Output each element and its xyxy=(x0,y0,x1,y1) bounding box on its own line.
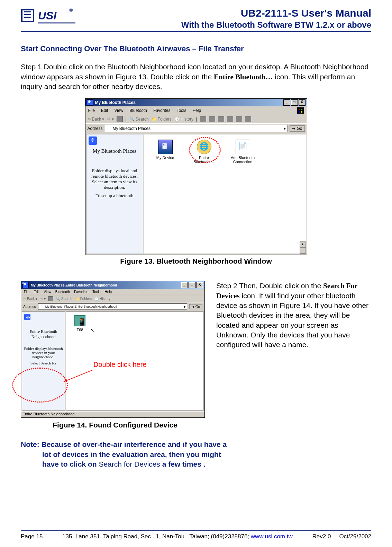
bluetooth-icon xyxy=(24,314,30,320)
copy-icon[interactable] xyxy=(209,116,215,122)
page-number: Page 15 xyxy=(21,533,43,540)
search-button[interactable]: 🔍 Search xyxy=(56,297,72,301)
menu-tools[interactable]: Tools xyxy=(176,108,186,113)
bluetooth-icon xyxy=(87,99,93,106)
menubar: File Edit View Bluetooth Favorites Tools… xyxy=(85,106,307,115)
menu-file[interactable]: File xyxy=(88,108,95,113)
footer-address: 135, Lane 351, Taiping Road, Sec . 1, Na… xyxy=(62,533,251,540)
entire-bluetooth-icon[interactable]: Entire Bluetooth … xyxy=(192,140,217,164)
delete-icon[interactable] xyxy=(227,116,233,122)
paste-icon[interactable] xyxy=(218,116,224,122)
folders-button[interactable]: 📁 Folders xyxy=(75,297,92,301)
content-panel: My Device Entire Bluetooth … Add Bluetoo… xyxy=(144,134,306,254)
back-button[interactable]: ⇦ Back ▾ xyxy=(23,297,37,301)
section-heading: Start Connecting Over The Bluetooth Airw… xyxy=(21,44,371,53)
titlebar[interactable]: My Bluetooth Places _ □ X xyxy=(85,99,307,106)
statusbar: Entire Bluetooth Neighborhood xyxy=(21,411,204,417)
maximize-button[interactable]: □ xyxy=(189,282,195,288)
titlebar[interactable]: My Bluetooth Places\Entire Bluetooth Nei… xyxy=(21,281,204,289)
menu-help[interactable]: Help xyxy=(192,108,201,113)
highlight-circle xyxy=(12,368,68,403)
cut-icon[interactable] xyxy=(200,116,206,122)
add-bluetooth-connection-icon[interactable]: Add Bluetooth Connection xyxy=(230,140,255,164)
menu-view[interactable]: View xyxy=(44,290,51,294)
close-button[interactable]: X xyxy=(196,282,203,288)
note-text: Note: Because of over-the-air interferen… xyxy=(21,440,236,469)
forward-button[interactable]: ⇨ ▾ xyxy=(107,117,113,122)
maximize-button[interactable]: □ xyxy=(291,99,298,106)
menu-favorites[interactable]: Favorites xyxy=(153,108,170,113)
arrow-icon xyxy=(62,369,93,383)
menu-bluetooth[interactable]: Bluetooth xyxy=(129,108,147,113)
address-label: Address xyxy=(23,305,36,309)
window-title: My Bluetooth Places xyxy=(95,100,136,105)
views-icon[interactable] xyxy=(245,116,251,122)
bluetooth-icon xyxy=(40,305,44,309)
figure14-caption: Figure 14. Found Configured Device xyxy=(21,421,209,429)
address-input[interactable]: My Bluetooth Places\Entire Bluetooth Nei… xyxy=(38,303,187,310)
side-panel: My Bluetooth Places Folder displays loca… xyxy=(86,134,143,254)
window-title: My Bluetooth Places\Entire Bluetooth Nei… xyxy=(31,283,117,287)
svg-text:USI: USI xyxy=(38,9,57,22)
props-icon[interactable] xyxy=(236,116,242,122)
side-desc2: Select Search for xyxy=(22,359,65,365)
addressbar: Address My Bluetooth Places ▾ ➜ Go xyxy=(85,123,307,133)
address-input[interactable]: My Bluetooth Places ▾ xyxy=(105,125,288,132)
address-label: Address xyxy=(88,126,103,131)
go-button[interactable]: ➜ Go xyxy=(290,125,304,132)
menu-edit[interactable]: Edit xyxy=(34,290,39,294)
side-desc: Folder displays bluetooth devices in you… xyxy=(22,346,65,359)
usi-logo: USI ® xyxy=(21,7,76,26)
page-footer: Page 15 135, Lane 351, Taiping Road, Sec… xyxy=(21,530,371,540)
minimize-button[interactable]: _ xyxy=(181,282,188,288)
side-desc2: To set up a bluetooth xyxy=(86,190,143,198)
found-device-icon[interactable]: T68 xyxy=(71,315,89,332)
my-device-icon[interactable]: My Device xyxy=(153,140,178,164)
step2-text: Step 2 Then, Double click on the Search … xyxy=(216,281,371,350)
menu-tools[interactable]: Tools xyxy=(92,290,100,294)
note-label: Note: xyxy=(21,440,39,448)
step1-label: Step 1 xyxy=(21,63,42,71)
menu-bluetooth[interactable]: Bluetooth xyxy=(55,290,70,294)
search-button[interactable]: 🔍 Search xyxy=(129,117,149,122)
cursor-icon: ↖ xyxy=(90,327,94,333)
back-button[interactable]: ⇦ Back ▾ xyxy=(88,117,104,122)
highlight-circle xyxy=(189,137,221,163)
scroll-up-icon[interactable]: ▲ xyxy=(300,241,306,248)
toolbar: ⇦ Back ▾ ⇨ ▾ 🔍 Search 📁 Folders 🕓 Histor… xyxy=(21,295,204,302)
menu-file[interactable]: File xyxy=(24,290,29,294)
menu-help[interactable]: Help xyxy=(105,290,112,294)
side-heading: Entire Bluetooth Neighborhood xyxy=(22,329,65,339)
menu-edit[interactable]: Edit xyxy=(101,108,108,113)
bluetooth-icon xyxy=(107,126,111,131)
go-button[interactable]: ➜ Go xyxy=(189,304,202,309)
up-icon[interactable] xyxy=(117,116,123,122)
svg-marker-9 xyxy=(64,379,67,382)
side-heading: My Bluetooth Places xyxy=(86,148,143,154)
doc-title: UB2-2111-S User's Manual xyxy=(83,7,371,19)
resize-grip[interactable] xyxy=(300,247,306,254)
doc-subtitle: With the Bluetooth Software BTW 1.2.x or… xyxy=(83,19,371,30)
step2-label: Step 2 xyxy=(216,282,237,290)
history-button[interactable]: 🕓 History xyxy=(94,297,110,301)
minimize-button[interactable]: _ xyxy=(283,99,290,106)
page-header: USI ® UB2-2111-S User's Manual With the … xyxy=(21,7,371,32)
addressbar: Address My Bluetooth Places\Entire Bluet… xyxy=(21,302,204,311)
menubar: File Edit View Bluetooth Favorites Tools… xyxy=(21,289,204,295)
footer-rev: Rev2.0 xyxy=(312,533,331,540)
double-click-annotation: Double click here xyxy=(93,361,146,369)
footer-link[interactable]: www.usi.com.tw xyxy=(251,533,293,540)
bluetooth-icon xyxy=(89,136,97,145)
menu-favorites[interactable]: Favorites xyxy=(74,290,88,294)
folders-button[interactable]: 📁 Folders xyxy=(152,117,172,122)
close-button[interactable]: X xyxy=(299,99,306,106)
menu-view[interactable]: View xyxy=(115,108,124,113)
windows-logo-icon xyxy=(297,107,304,114)
step1-text: Step 1 Double click on the Bluetooth Nei… xyxy=(21,62,371,91)
history-button[interactable]: 🕓 History xyxy=(174,117,193,122)
up-icon[interactable] xyxy=(48,296,53,301)
svg-line-8 xyxy=(64,370,93,382)
figure13-caption: Figure 13. Bluetooth Neighborhood Window xyxy=(21,257,371,265)
footer-date: Oct/29/2002 xyxy=(339,533,371,540)
forward-button[interactable]: ⇨ ▾ xyxy=(40,297,46,301)
